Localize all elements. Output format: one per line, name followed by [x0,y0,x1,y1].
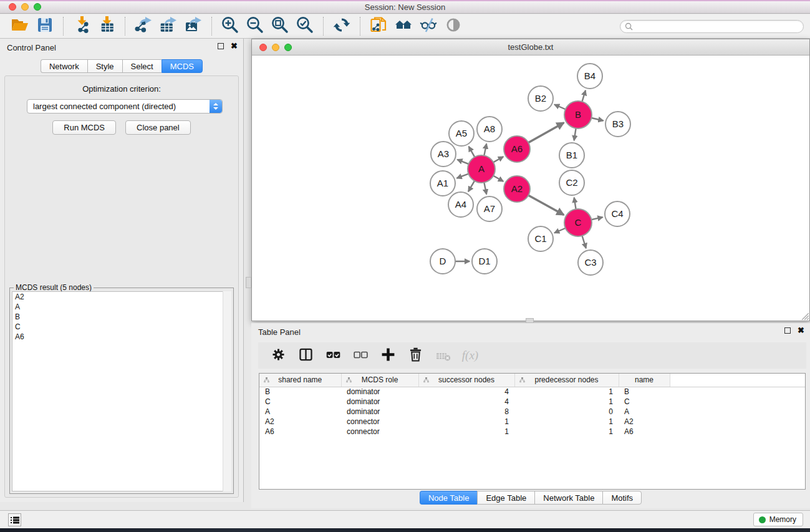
zoom-selected-button[interactable] [292,16,317,37]
graph-node-A1[interactable]: A1 [430,171,455,196]
zoom-fit-icon [271,16,289,37]
graph-node-B1[interactable]: B1 [559,143,584,168]
float-table-panel-icon[interactable] [784,327,791,334]
task-history-button[interactable] [8,513,21,526]
graph-node-B[interactable]: B [564,101,592,128]
criterion-dropdown[interactable]: largest connected component (directed) [27,99,223,114]
import-network-button[interactable] [69,16,94,37]
delete-column-button[interactable] [404,345,427,366]
close-panel-icon[interactable]: ✖ [231,43,238,49]
result-list-item[interactable]: C [12,322,231,332]
column-header-MCDS-role[interactable]: MCDS role [341,374,418,387]
export-table-button[interactable] [156,16,181,37]
open-file-button[interactable] [7,16,32,37]
memory-button[interactable]: Memory [753,513,803,526]
network-zoom-button[interactable] [284,44,292,51]
tab-edge-table[interactable]: Edge Table [477,491,534,505]
network-minimize-button[interactable] [272,44,279,51]
show-graphics-details-button[interactable] [441,16,466,37]
control-panel-title: Control Panel [7,43,56,52]
settings-button[interactable] [267,345,289,366]
column-header-predecessor-nodes[interactable]: predecessor nodes [514,374,619,387]
table-row[interactable]: Adominator80A [259,407,806,417]
graph-node-A4[interactable]: A4 [448,192,473,217]
tab-motifs[interactable]: Motifs [602,491,642,505]
column-header-shared-name[interactable]: shared name [259,374,341,387]
duplicate-network-button[interactable] [366,16,391,37]
hide-graphics-details-button[interactable] [416,16,441,37]
graph-node-C2[interactable]: C2 [559,170,584,195]
result-list-item[interactable]: A6 [12,332,231,342]
graph-node-A5[interactable]: A5 [449,121,474,146]
tab-network-table[interactable]: Network Table [534,491,602,505]
table-row[interactable]: Cdominator41C [259,397,806,407]
graph-node-A2[interactable]: A2 [504,176,530,202]
add-column-button[interactable] [377,345,399,366]
graph-node-A8[interactable]: A8 [477,117,502,142]
tab-network[interactable]: Network [41,59,87,73]
result-list-item[interactable]: A2 [12,292,231,302]
graph-node-D[interactable]: D [430,249,455,274]
network-canvas[interactable]: B4B2BB3A5A8A6A3B1AC2A1A2A4A7C4CC1C3DD1 [252,56,809,321]
column-header-successor-nodes[interactable]: successor nodes [418,374,514,387]
dropdown-stepper-icon [210,100,222,113]
graph-node-A7[interactable]: A7 [477,196,502,221]
svg-text:A7: A7 [484,203,495,214]
graph-node-D1[interactable]: D1 [472,249,497,274]
graph-node-C3[interactable]: C3 [578,250,603,275]
zoom-out-button[interactable] [243,16,268,37]
table-panel-title: Table Panel [258,327,301,337]
column-header-name[interactable]: name [619,374,670,387]
close-window-button[interactable] [9,3,16,11]
delete-table-button[interactable] [432,345,454,366]
result-scrollbar[interactable] [223,291,231,491]
column-type-icon [345,377,352,384]
result-list-item[interactable]: A [12,302,231,312]
graph-node-C4[interactable]: C4 [605,201,630,226]
zoom-window-button[interactable] [34,3,41,11]
refresh-button[interactable] [329,16,354,37]
network-close-button[interactable] [259,44,267,51]
result-list-item[interactable]: B [12,312,231,322]
split-columns-button[interactable] [294,345,317,366]
mcds-result-list[interactable]: A2ABCA6 [12,291,231,491]
search-input[interactable] [635,22,803,31]
graph-node-B4[interactable]: B4 [577,64,602,89]
graph-node-B2[interactable]: B2 [528,86,553,111]
horizontal-splitter-handle[interactable] [526,318,534,323]
resize-grip-icon[interactable] [800,311,809,320]
table-row[interactable]: A2connector11A2 [259,417,806,427]
graph-node-C[interactable]: C [564,209,592,236]
search-field[interactable] [620,20,804,33]
function-builder-button[interactable]: f(x) [459,345,481,366]
zoom-in-button[interactable] [218,16,243,37]
graph-node-A3[interactable]: A3 [431,142,456,167]
close-table-panel-icon[interactable]: ✖ [798,327,804,334]
graph-node-C1[interactable]: C1 [528,226,553,251]
memory-status-icon [759,516,766,523]
run-mcds-button[interactable]: Run MCDS [52,120,116,135]
export-network-button[interactable] [131,16,156,37]
graph-node-A[interactable]: A [468,155,495,183]
home-button[interactable] [391,16,416,37]
save-session-button[interactable] [32,16,57,37]
tab-mcds[interactable]: MCDS [162,59,203,73]
svg-text:C4: C4 [611,208,623,219]
vertical-splitter-handle[interactable] [246,277,251,288]
table-row[interactable]: Bdominator41B [259,387,806,397]
zoom-fit-button[interactable] [268,16,292,37]
import-table-button[interactable] [94,16,119,37]
table-row[interactable]: A6connector11A6 [259,427,806,437]
select-all-button[interactable] [322,345,344,366]
tab-node-table[interactable]: Node Table [420,491,478,505]
graph-node-B3[interactable]: B3 [605,112,630,137]
tab-style[interactable]: Style [87,59,122,73]
tab-select[interactable]: Select [122,59,162,73]
svg-text:D: D [440,256,446,266]
export-image-button[interactable] [181,16,206,37]
minimize-window-button[interactable] [21,3,29,11]
graph-node-A6[interactable]: A6 [504,136,530,162]
float-panel-icon[interactable] [218,43,224,49]
close-panel-button[interactable]: Close panel [125,120,191,135]
unselect-all-button[interactable] [349,345,372,366]
